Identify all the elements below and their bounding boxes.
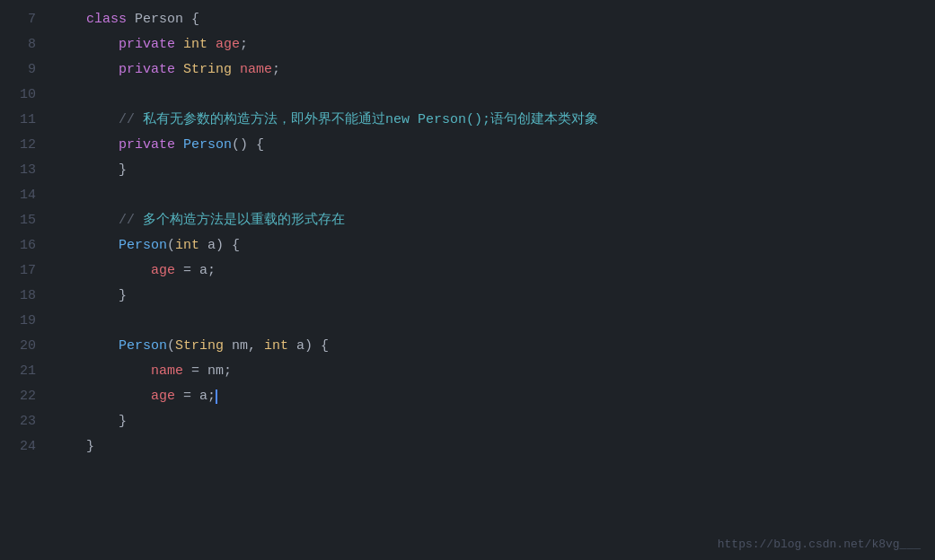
line-content: private Person() {: [54, 133, 935, 158]
code-line: 12 private Person() {: [0, 133, 935, 158]
token-plain: a) {: [199, 238, 240, 253]
line-content: Person(String nm, int a) {: [54, 334, 935, 359]
code-line: 20 Person(String nm, int a) {: [0, 334, 935, 359]
line-number: 7: [0, 7, 54, 32]
line-number: 10: [0, 83, 54, 108]
token-plain: ;: [240, 37, 248, 52]
token-method: Person: [119, 238, 167, 253]
token-indent2: [54, 62, 119, 77]
line-number: 13: [0, 158, 54, 183]
code-line: 17 age = a;: [0, 258, 935, 284]
line-number: 19: [0, 309, 54, 334]
line-number: 22: [0, 384, 54, 409]
line-content: class Person {: [54, 7, 935, 32]
line-number: 12: [0, 133, 54, 158]
line-content: name = nm;: [54, 359, 935, 384]
token-method: Person: [183, 137, 232, 153]
token-indent2: [54, 162, 119, 178]
line-number: 18: [0, 284, 54, 309]
token-indent3: [54, 263, 151, 278]
code-line: 22 age = a;: [0, 384, 935, 409]
token-kw: private: [119, 62, 175, 77]
code-line: 10: [0, 83, 935, 108]
code-line: 23 }: [0, 409, 935, 434]
token-indent2: [54, 137, 119, 153]
line-content: Person(int a) {: [54, 233, 935, 258]
token-type: int: [175, 238, 199, 253]
token-kw: private: [119, 37, 175, 52]
token-type: String: [175, 338, 224, 354]
token-plain: }: [119, 288, 127, 303]
code-line: 7 class Person {: [0, 7, 935, 32]
token-plain: [207, 37, 216, 52]
line-number: 20: [0, 334, 54, 359]
token-indent1: [54, 439, 86, 454]
token-indent2: [54, 112, 119, 127]
token-comment-cn: 私有无参数的构造方法，即外界不能通过new Person();语句创建本类对象: [143, 112, 598, 127]
token-comment: //: [119, 112, 143, 127]
code-line: 8 private int age;: [0, 32, 935, 57]
line-content: }: [54, 284, 935, 309]
token-indent2: [54, 238, 119, 253]
token-plain: }: [119, 162, 127, 178]
code-editor: 7 class Person {8 private int age;9 priv…: [0, 0, 935, 560]
token-var: age: [151, 263, 175, 278]
token-indent3: [54, 389, 151, 404]
token-indent2: [54, 338, 119, 354]
line-content: private int age;: [54, 32, 935, 57]
line-content: age = a;: [54, 384, 935, 409]
line-number: 24: [0, 434, 54, 459]
line-number: 9: [0, 57, 54, 83]
line-content: // 私有无参数的构造方法，即外界不能通过new Person();语句创建本类…: [54, 108, 935, 133]
line-number: 8: [0, 32, 54, 57]
line-number: 15: [0, 208, 54, 233]
token-var: name: [240, 62, 272, 77]
token-comment: //: [119, 213, 143, 228]
token-plain: = a;: [175, 263, 216, 278]
token-plain: a) {: [288, 338, 329, 354]
code-line: 14: [0, 183, 935, 208]
line-number: 17: [0, 258, 54, 284]
line-number: 23: [0, 409, 54, 434]
token-plain: [175, 37, 183, 52]
token-plain: [175, 62, 183, 77]
watermark: https://blog.csdn.net/k8vg___: [718, 538, 921, 551]
token-plain: [175, 137, 183, 153]
token-indent3: [54, 363, 151, 379]
text-cursor: [216, 389, 217, 404]
code-line: 19: [0, 309, 935, 334]
code-line: 16 Person(int a) {: [0, 233, 935, 258]
token-comment-cn: 多个构造方法是以重载的形式存在: [143, 213, 345, 228]
line-content: // 多个构造方法是以重载的形式存在: [54, 208, 935, 233]
token-indent2: [54, 213, 119, 228]
line-number: 11: [0, 108, 54, 133]
token-plain: () {: [232, 137, 264, 153]
token-type: int: [264, 338, 288, 354]
token-kw: private: [119, 137, 175, 153]
token-plain: (: [167, 338, 175, 354]
token-var: age: [216, 37, 240, 52]
token-plain: = a;: [175, 389, 216, 404]
line-content: private String name;: [54, 57, 935, 83]
code-line: 21 name = nm;: [0, 359, 935, 384]
token-plain: nm,: [224, 338, 264, 354]
token-type: int: [183, 37, 207, 52]
token-plain: }: [86, 439, 94, 454]
token-var: name: [151, 363, 183, 379]
token-method: Person: [119, 338, 167, 354]
token-plain: = nm;: [183, 363, 232, 379]
line-content: }: [54, 409, 935, 434]
token-kw: class: [86, 12, 127, 27]
line-content: }: [54, 158, 935, 183]
code-line: 18 }: [0, 284, 935, 309]
token-indent2: [54, 37, 119, 52]
line-number: 21: [0, 359, 54, 384]
line-content: age = a;: [54, 258, 935, 284]
token-indent1: [54, 12, 86, 27]
code-line: 13 }: [0, 158, 935, 183]
line-number: 14: [0, 183, 54, 208]
token-indent2: [54, 414, 119, 429]
token-plain: }: [119, 414, 127, 429]
code-line: 24 }: [0, 434, 935, 459]
token-plain: Person {: [127, 12, 199, 27]
